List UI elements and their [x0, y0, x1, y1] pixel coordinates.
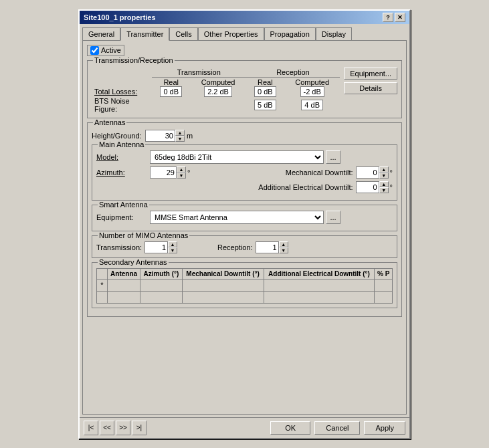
- azimuth-col-header: Azimuth (°): [140, 268, 183, 279]
- smart-equipment-dropdown[interactable]: MMSE Smart Antenna: [150, 211, 324, 224]
- downtilt-col: Mechanical Downtilt: ▲ ▼ °: [215, 166, 393, 196]
- nav-last-btn[interactable]: >|: [132, 421, 146, 435]
- tx-real-losses: 0 dB: [152, 87, 190, 96]
- azimuth-spin-buttons: ▲ ▼: [177, 166, 186, 179]
- tab-transmitter[interactable]: Transmitter: [120, 27, 169, 41]
- mimo-rx-down[interactable]: ▼: [279, 247, 288, 253]
- add-elec-spin-buttons: ▲ ▼: [379, 181, 389, 193]
- mech-down-btn[interactable]: ▼: [379, 173, 389, 179]
- window-title: Site100_1 properties: [84, 13, 156, 21]
- model-dropdown[interactable]: 65deg 18dBi 2Tilt: [150, 150, 324, 164]
- nav-prev-btn[interactable]: <<: [100, 421, 114, 435]
- height-up-btn[interactable]: ▲: [175, 130, 185, 136]
- transmission-group: Transmission/Reception Transmission Rece…: [87, 60, 402, 118]
- add-elec-down-btn[interactable]: ▼: [379, 187, 389, 193]
- mimo-row: Transmission: ▲ ▼ Reception:: [96, 241, 393, 253]
- azimuth-down-btn[interactable]: ▼: [177, 173, 186, 179]
- mech-unit: °: [390, 169, 393, 177]
- tx-table-container: Transmission Reception Real Computed Rea…: [92, 68, 340, 114]
- mimo-rx-spin: ▲ ▼: [256, 241, 288, 253]
- azimuth-input[interactable]: [150, 166, 177, 179]
- nav-buttons: |< << >> >|: [84, 421, 146, 435]
- empty-col-6: [375, 291, 393, 303]
- tab-propagation[interactable]: Propagation: [264, 27, 316, 41]
- model-browse-btn[interactable]: ...: [326, 150, 340, 164]
- active-checkbox-row: Active: [87, 45, 402, 56]
- mech-spin: ▲ ▼ °: [356, 166, 393, 179]
- azimuth-up-btn[interactable]: ▲: [177, 166, 186, 173]
- empty-col-1: [97, 291, 108, 303]
- nav-next-btn[interactable]: >>: [116, 421, 130, 435]
- empty-col-5: [264, 291, 375, 303]
- add-elec-up-btn[interactable]: ▲: [379, 181, 389, 187]
- new-row-antenna[interactable]: [108, 279, 140, 291]
- add-elec-unit: °: [390, 183, 393, 191]
- nav-first-btn[interactable]: |<: [84, 421, 98, 435]
- tab-display[interactable]: Display: [316, 27, 352, 41]
- equipment-button[interactable]: Equipment...: [344, 68, 397, 80]
- mimo-tx-spin-buttons: ▲ ▼: [168, 241, 177, 253]
- smart-dropdown-wrapper: MMSE Smart Antenna ...: [150, 211, 340, 224]
- antennas-section: Antennas Height/Ground: ▲ ▼ m Ma: [87, 122, 402, 317]
- transmission-group-label: Transmission/Reception: [93, 56, 175, 64]
- help-button[interactable]: ?: [383, 13, 393, 22]
- smart-equipment-row: Equipment: MMSE Smart Antenna ...: [96, 211, 393, 224]
- azimuth-unit: °: [187, 169, 190, 177]
- mimo-rx-up[interactable]: ▲: [279, 241, 288, 247]
- secondary-table: Antenna Azimuth (°) Mechanical Downtilt …: [96, 268, 393, 304]
- main-antenna-group: Main Antenna Model: 65deg 18dBi 2Tilt ..…: [92, 144, 397, 201]
- height-down-btn[interactable]: ▼: [175, 136, 185, 142]
- add-elec-input[interactable]: [356, 181, 379, 193]
- mimo-rx-input[interactable]: [256, 241, 279, 253]
- active-checkbox-label[interactable]: Active: [87, 45, 124, 56]
- secondary-antennas-group: Secondary Antennas Antenna Azimuth (°) M…: [92, 262, 397, 308]
- tab-general[interactable]: General: [82, 27, 120, 41]
- mimo-rx-label: Reception:: [217, 243, 253, 251]
- tx-computed-losses: 2.2 dB: [190, 87, 246, 96]
- rx-real-losses: 0 dB: [246, 87, 284, 96]
- computed-tx-header: Computed: [190, 77, 246, 87]
- empty-col-4: [182, 291, 264, 303]
- bts-tx-real: [152, 96, 190, 114]
- rx-header: Reception: [246, 68, 340, 78]
- active-checkbox[interactable]: [90, 46, 99, 55]
- real-rx-header: Real: [246, 77, 284, 87]
- mech-downtilt-input[interactable]: [356, 166, 379, 179]
- real-tx-header: Real: [152, 77, 190, 87]
- secondary-empty-row: [97, 291, 393, 303]
- title-bar: Site100_1 properties ? ✕: [80, 11, 409, 24]
- rx-computed-losses: -2 dB: [284, 87, 340, 96]
- height-input[interactable]: [145, 130, 175, 142]
- bottom-bar: |< << >> >| OK Cancel Apply: [80, 417, 409, 438]
- total-losses-label: Total Losses:: [92, 87, 152, 96]
- mech-up-btn[interactable]: ▲: [379, 166, 389, 173]
- close-button[interactable]: ✕: [395, 13, 405, 22]
- mech-downtilt-row: Mechanical Downtilt: ▲ ▼ °: [215, 166, 393, 179]
- apply-button[interactable]: Apply: [364, 421, 405, 435]
- smart-browse-btn[interactable]: ...: [326, 211, 340, 224]
- tab-other-properties[interactable]: Other Properties: [198, 27, 264, 41]
- details-button[interactable]: Details: [344, 82, 397, 94]
- mimo-tx-input[interactable]: [144, 241, 168, 253]
- height-label: Height/Ground:: [92, 132, 145, 140]
- mimo-tx-down[interactable]: ▼: [168, 247, 177, 253]
- ok-button[interactable]: OK: [270, 421, 310, 435]
- new-row-azimuth: [140, 279, 183, 291]
- antenna-col-header: Antenna: [108, 268, 140, 279]
- tx-action-buttons: Equipment... Details: [344, 68, 397, 94]
- mech-col-header: Mechanical Downtilt (°): [182, 268, 264, 279]
- bts-rx-computed: 4 dB: [284, 96, 340, 114]
- height-spin-buttons: ▲ ▼: [175, 130, 185, 142]
- cancel-button[interactable]: Cancel: [314, 421, 360, 435]
- tab-content: Active Transmission/Reception Transmissi…: [82, 40, 407, 415]
- mimo-tx-spin: ▲ ▼: [144, 241, 177, 253]
- height-spinput: ▲ ▼ m: [145, 130, 193, 142]
- action-buttons: OK Cancel Apply: [270, 421, 405, 435]
- row-num-header: [97, 268, 108, 279]
- tab-cells[interactable]: Cells: [169, 27, 197, 41]
- empty-col-2: [108, 291, 140, 303]
- add-elec-col-header: Additional Electrical Downtilt (°): [264, 268, 375, 279]
- secondary-new-row: *: [97, 279, 393, 291]
- mimo-tx-up[interactable]: ▲: [168, 241, 177, 247]
- height-unit: m: [187, 132, 193, 140]
